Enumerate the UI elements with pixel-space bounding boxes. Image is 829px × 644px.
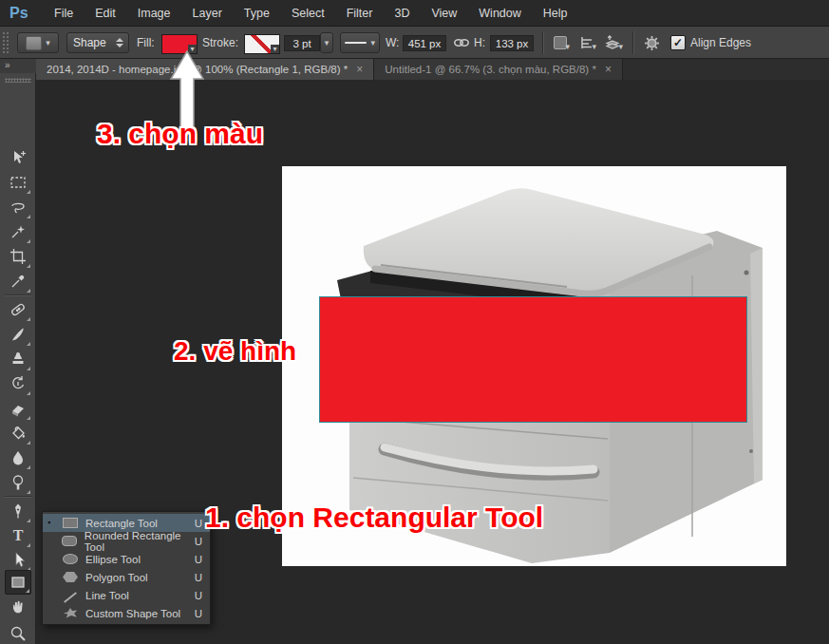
updown-arrows-icon <box>116 38 123 47</box>
photoshop-logo: Ps <box>0 5 44 22</box>
menu-help[interactable]: Help <box>532 7 578 20</box>
paint-bucket-tool[interactable] <box>5 421 31 445</box>
stroke-color-swatch[interactable]: ▾ <box>244 34 280 54</box>
type-tool[interactable]: T <box>5 523 31 548</box>
double-chevron-icon: » <box>5 60 11 70</box>
shortcut-key: U <box>195 554 202 565</box>
shape-width-field[interactable]: 451 px <box>403 35 446 51</box>
pen-tool[interactable] <box>5 499 31 523</box>
path-operations-button[interactable]: ▾ <box>549 32 572 53</box>
menu-select[interactable]: Select <box>280 7 335 20</box>
rectangular-marquee-tool[interactable] <box>5 170 31 195</box>
lasso-tool[interactable] <box>5 195 31 219</box>
menu-type[interactable]: Type <box>233 7 280 20</box>
menu-item-label: Rounded Rectangle Tool <box>85 530 187 553</box>
stroke-width-dropdown[interactable]: ▾ <box>320 32 333 53</box>
close-icon[interactable]: × <box>356 63 363 76</box>
menu-item-line-tool[interactable]: Line Tool U <box>43 586 210 604</box>
shape-width-value: 451 px <box>408 38 442 49</box>
stroke-width-value: 3 pt <box>292 38 311 49</box>
history-brush-tool[interactable] <box>5 371 31 396</box>
chevron-down-icon: ▾ <box>592 43 596 51</box>
menu-file[interactable]: File <box>44 7 85 20</box>
chevron-down-icon: ▾ <box>46 39 50 47</box>
menu-item-label: Custom Shape Tool <box>85 608 180 619</box>
menu-item-polygon-tool[interactable]: Polygon Tool U <box>43 568 210 586</box>
chevron-down-icon: ▾ <box>370 39 375 47</box>
menu-filter[interactable]: Filter <box>335 7 384 20</box>
type-tool-icon: T <box>13 528 24 543</box>
collapse-panel-button[interactable]: » <box>0 59 36 73</box>
menu-item-label: Polygon Tool <box>85 572 148 583</box>
menu-layer[interactable]: Layer <box>181 7 233 20</box>
blur-tool[interactable] <box>5 445 31 470</box>
menu-window[interactable]: Window <box>468 7 532 20</box>
menu-edit[interactable]: Edit <box>85 7 127 20</box>
stroke-style-dropdown[interactable]: ▾ <box>340 32 380 53</box>
divider <box>5 294 31 296</box>
shortcut-key: U <box>195 518 202 529</box>
tool-preset-picker[interactable]: ▾ <box>17 32 59 53</box>
chevron-down-icon: ▾ <box>565 43 570 51</box>
shortcut-key: U <box>195 536 202 547</box>
eraser-tool[interactable] <box>5 396 31 421</box>
path-arrangement-button[interactable]: ▾ <box>602 32 625 53</box>
shape-height-field[interactable]: 133 px <box>490 35 534 51</box>
close-icon[interactable]: × <box>605 63 612 76</box>
custom-shape-icon <box>63 608 78 618</box>
path-selection-tool[interactable] <box>5 547 31 572</box>
menu-bar: Ps File Edit Image Layer Type Select Fil… <box>0 0 829 27</box>
align-edges-label: Align Edges <box>690 36 751 49</box>
ellipse-icon <box>63 554 78 564</box>
solid-line-icon <box>345 42 367 44</box>
link-dimensions-icon[interactable] <box>450 32 473 53</box>
panel-grip[interactable] <box>5 78 31 83</box>
gear-icon[interactable] <box>640 32 663 53</box>
shape-tool-flyout-menu: ▪ Rectangle Tool U Rounded Rectangle Too… <box>42 511 211 625</box>
path-alignment-button[interactable]: ▾ <box>575 32 598 53</box>
menu-view[interactable]: View <box>421 7 468 20</box>
rounded-rectangle-icon <box>62 536 77 546</box>
stroke-label: Stroke: <box>202 36 238 49</box>
shortcut-key: U <box>195 608 202 619</box>
tool-options-bar: ▾ Shape Fill: ▾ Stroke: ▾ 3 pt ▾ ▾ W: 45… <box>0 27 829 59</box>
crop-tool[interactable] <box>5 244 31 269</box>
healing-brush-tool[interactable] <box>5 297 31 322</box>
fill-label: Fill: <box>137 36 155 49</box>
magic-wand-tool[interactable] <box>5 219 31 244</box>
menu-3d[interactable]: 3D <box>384 7 421 20</box>
shape-height-value: 133 px <box>496 38 529 49</box>
zoom-tool[interactable] <box>5 621 31 644</box>
align-edges-checkbox[interactable]: ✓ <box>670 35 686 50</box>
eyedropper-tool[interactable] <box>5 269 31 294</box>
menu-item-rounded-rectangle-tool[interactable]: Rounded Rectangle Tool U <box>43 532 210 550</box>
chevron-down-icon: ▾ <box>325 39 330 47</box>
clone-stamp-tool[interactable] <box>5 347 31 371</box>
dodge-tool[interactable] <box>5 470 31 495</box>
tool-mode-select[interactable]: Shape <box>66 32 129 53</box>
shape-preset-icon <box>26 36 42 50</box>
divider <box>542 31 544 54</box>
selected-bullet-icon: ▪ <box>47 519 55 527</box>
stroke-width-field[interactable]: 3 pt <box>284 35 320 51</box>
menu-image[interactable]: Image <box>126 7 181 20</box>
drawn-red-rectangle[interactable] <box>319 296 747 423</box>
annotation-step3: 3. chọn màu <box>97 118 263 150</box>
document-tab-bar: 2014, 2014D - homepage.jpg @ 100% (Recta… <box>36 59 829 80</box>
shortcut-key: U <box>195 572 202 583</box>
photoshop-window: Ps File Edit Image Layer Type Select Fil… <box>0 0 829 644</box>
annotation-step1: 1. chọn Rectangular Tool <box>205 502 543 534</box>
rectangle-tool[interactable] <box>5 570 31 595</box>
menu-item-label: Rectangle Tool <box>85 518 158 529</box>
menu-item-custom-shape-tool[interactable]: Custom Shape Tool U <box>43 604 210 622</box>
move-tool[interactable] <box>5 145 31 170</box>
divider <box>632 31 634 54</box>
menu-item-ellipse-tool[interactable]: Ellipse Tool U <box>43 550 210 568</box>
annotation-step2: 2. vẽ hình <box>174 336 296 367</box>
chevron-down-icon: ▾ <box>618 43 623 51</box>
brush-tool[interactable] <box>5 322 31 347</box>
divider <box>5 496 31 498</box>
options-bar-grip[interactable] <box>2 31 9 54</box>
document-tab-2[interactable]: Untitled-1 @ 66.7% (3. chọn màu, RGB/8) … <box>374 59 623 80</box>
hand-tool[interactable] <box>5 596 31 620</box>
